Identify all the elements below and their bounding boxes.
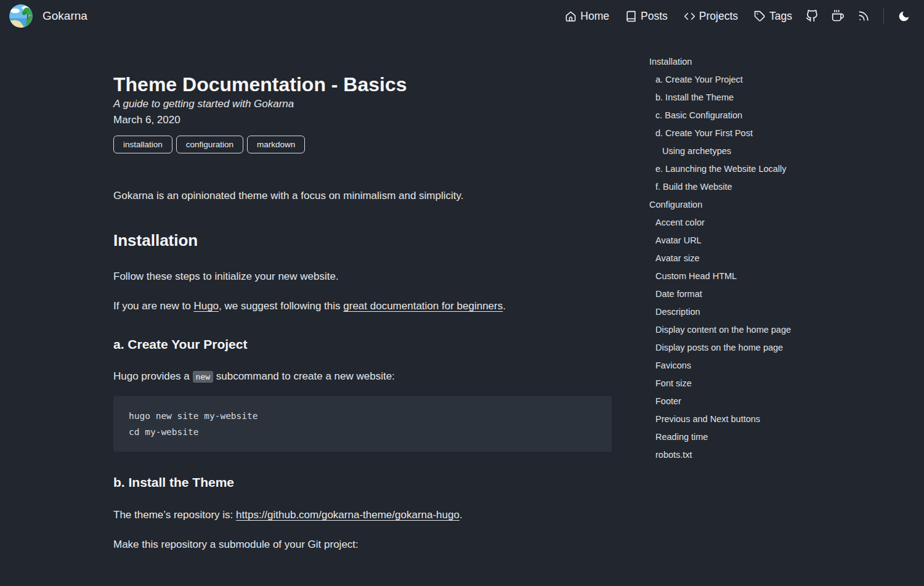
- toc-item-font-size[interactable]: Font size: [649, 375, 883, 393]
- brand-name[interactable]: Gokarna: [43, 9, 87, 23]
- tag-markdown[interactable]: markdown: [247, 136, 305, 153]
- toc-item-avatar-size[interactable]: Avatar size: [649, 250, 883, 267]
- article-content: Theme Documentation - Basics A guide to …: [113, 32, 612, 553]
- toc-item-configuration[interactable]: Configuration: [649, 196, 883, 214]
- coffee-link[interactable]: [832, 10, 844, 22]
- toc-item-accent-color[interactable]: Accent color: [649, 214, 883, 232]
- home-icon: [565, 10, 577, 22]
- tag-configuration[interactable]: configuration: [176, 136, 243, 153]
- text-fragment: Hugo provides a: [113, 370, 193, 382]
- toc-item-favicons[interactable]: Favicons: [649, 357, 883, 375]
- tag-installation[interactable]: installation: [113, 136, 172, 153]
- github-link[interactable]: [806, 10, 818, 22]
- toc-item-previous-next-buttons[interactable]: Previous and Next buttons: [649, 410, 883, 428]
- nav-link-tags[interactable]: Tags: [754, 10, 792, 23]
- hugo-link[interactable]: Hugo: [193, 300, 219, 312]
- create-project-heading: a. Create Your Project: [113, 337, 612, 352]
- toc-item-using-archetypes[interactable]: Using archetypes: [649, 142, 883, 160]
- github-icon: [806, 10, 818, 22]
- rss-icon: [857, 10, 870, 22]
- tag-icon: [754, 10, 766, 22]
- toc-item-build-the-website[interactable]: f. Build the Website: [649, 178, 883, 196]
- toc-item-footer[interactable]: Footer: [649, 393, 883, 410]
- text-fragment: , we suggest following this: [219, 300, 343, 312]
- toc-item-custom-head-html[interactable]: Custom Head HTML: [649, 267, 883, 285]
- toc-item-create-your-project[interactable]: a. Create Your Project: [649, 71, 883, 89]
- theme-toggle-button[interactable]: [898, 10, 910, 23]
- post-date: March 6, 2020: [113, 112, 612, 128]
- code-icon: [684, 10, 695, 22]
- text-fragment: If you are new to: [113, 300, 193, 312]
- nav-link-label: Tags: [769, 10, 792, 23]
- top-navbar: Gokarna Home Posts Projects: [0, 0, 924, 32]
- navbar-links: Home Posts Projects Tags: [549, 8, 910, 24]
- table-of-contents: Installation a. Create Your Project b. I…: [649, 53, 883, 464]
- toc-item-date-format[interactable]: Date format: [649, 285, 883, 303]
- beach-avatar-image: [9, 4, 33, 28]
- rss-link[interactable]: [857, 10, 870, 22]
- page-title: Theme Documentation - Basics: [113, 73, 612, 96]
- nav-link-posts[interactable]: Posts: [625, 10, 668, 23]
- toc-item-robots-txt[interactable]: robots.txt: [649, 446, 883, 464]
- follow-steps-paragraph: Follow these steps to initialize your ne…: [113, 269, 612, 285]
- text-fragment: subcommand to create a new website:: [213, 370, 395, 382]
- repository-paragraph: The theme’s repository is: https://githu…: [113, 507, 612, 523]
- book-icon: [625, 10, 637, 22]
- repository-link[interactable]: https://github.com/gokarna-theme/gokarna…: [236, 509, 460, 521]
- nav-link-projects[interactable]: Projects: [684, 10, 738, 23]
- toc-item-installation[interactable]: Installation: [649, 53, 883, 71]
- coffee-icon: [832, 10, 844, 22]
- toc-item-create-your-first-post[interactable]: d. Create Your First Post: [649, 124, 883, 142]
- toc-item-launching-the-website-locally[interactable]: e. Launching the Website Locally: [649, 160, 883, 178]
- code-line: cd my-website: [129, 424, 596, 440]
- post-tags: installation configuration markdown: [113, 136, 612, 153]
- toc-item-description[interactable]: Description: [649, 303, 883, 321]
- toc-item-reading-time[interactable]: Reading time: [649, 428, 883, 446]
- navbar-divider: [883, 8, 884, 24]
- toc-item-avatar-url[interactable]: Avatar URL: [649, 232, 883, 250]
- hugo-docs-link[interactable]: great documentation for beginners: [343, 300, 503, 312]
- text-fragment: .: [503, 300, 506, 312]
- site-logo-avatar[interactable]: [9, 4, 33, 28]
- inline-code-new: new: [193, 371, 213, 383]
- toc-item-install-the-theme[interactable]: b. Install the Theme: [649, 89, 883, 107]
- nav-link-label: Home: [580, 10, 609, 23]
- code-line: hugo new site my-website: [129, 408, 596, 424]
- text-fragment: The theme’s repository is:: [113, 509, 236, 521]
- toc-item-display-posts-home[interactable]: Display posts on the home page: [649, 339, 883, 357]
- nav-link-label: Projects: [699, 10, 738, 23]
- nav-link-label: Posts: [641, 10, 668, 23]
- intro-paragraph: Gokarna is an opinionated theme with a f…: [113, 188, 612, 204]
- brand[interactable]: Gokarna: [9, 4, 87, 28]
- installation-heading: Installation: [113, 231, 612, 250]
- hugo-paragraph: If you are new to Hugo, we suggest follo…: [113, 298, 612, 314]
- new-subcommand-paragraph: Hugo provides a new subcommand to create…: [113, 368, 612, 385]
- submodule-paragraph: Make this repository a submodule of your…: [113, 537, 612, 553]
- text-fragment: .: [460, 509, 463, 521]
- moon-icon: [898, 10, 910, 23]
- toc-item-display-content-home[interactable]: Display content on the home page: [649, 321, 883, 339]
- install-theme-heading: b. Install the Theme: [113, 475, 612, 490]
- hugo-new-site-code-block: hugo new site my-websitecd my-website: [113, 396, 612, 452]
- nav-link-home[interactable]: Home: [565, 10, 609, 23]
- post-subtitle: A guide to getting started with Gokarna: [113, 96, 612, 112]
- toc-item-basic-configuration[interactable]: c. Basic Configuration: [649, 107, 883, 124]
